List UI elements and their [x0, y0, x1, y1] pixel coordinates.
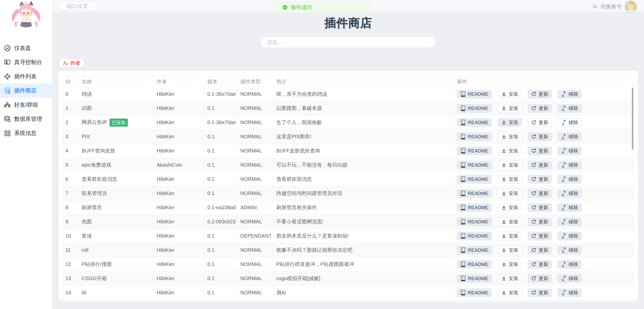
- cell-actions: README安装更新移除: [454, 158, 634, 172]
- table-row: 9色图HibiKier0.2-093c823NORMAL不要小看涩图啊混蛋!RE…: [63, 215, 634, 229]
- plugin-table: ID名称作者版本插件类型简介操作 0鸡汤HibiKier0.1-36e70aeN…: [62, 76, 634, 302]
- install-icon: [501, 290, 507, 295]
- remove-button[interactable]: 移除: [558, 118, 582, 127]
- search-input[interactable]: [261, 37, 435, 48]
- remove-button[interactable]: 移除: [558, 90, 582, 99]
- remove-button[interactable]: 移除: [558, 189, 582, 198]
- sidebar-item-database[interactable]: 数据库管理: [0, 112, 52, 126]
- remove-button[interactable]: 移除: [558, 274, 582, 283]
- update-button[interactable]: 更新: [528, 288, 552, 297]
- install-button[interactable]: 安装: [498, 118, 522, 127]
- readme-button[interactable]: README: [457, 161, 492, 169]
- swap-icon: [592, 4, 598, 10]
- readme-button[interactable]: README: [457, 147, 492, 155]
- cell-actions: README安装更新移除: [454, 272, 634, 286]
- install-button[interactable]: 安装: [498, 104, 522, 113]
- install-button[interactable]: 安装: [498, 161, 522, 169]
- install-icon: [501, 276, 507, 281]
- update-button[interactable]: 更新: [528, 161, 552, 169]
- install-button[interactable]: 安装: [498, 203, 522, 212]
- port-settings-button[interactable]: 端口设置: [57, 1, 98, 11]
- sidebar-item-friends[interactable]: 好友/群组: [0, 98, 52, 112]
- install-button[interactable]: 安装: [498, 175, 522, 184]
- cell-version: 0.1-36e70ae: [205, 87, 238, 101]
- table-row: 10复读HibiKier0.1DEPENDANT群友的本质是什么？是复读机哒!R…: [63, 229, 634, 243]
- update-button[interactable]: 更新: [528, 232, 552, 240]
- cell-id: 3: [63, 130, 79, 144]
- cell-name: 识图: [79, 101, 154, 115]
- update-button[interactable]: 更新: [528, 118, 552, 127]
- readme-button[interactable]: README: [457, 218, 492, 226]
- remove-button[interactable]: 移除: [558, 161, 582, 169]
- install-button[interactable]: 安装: [498, 189, 522, 198]
- table-scrollbar[interactable]: [632, 88, 633, 150]
- install-button[interactable]: 安装: [498, 246, 522, 255]
- account-switcher[interactable]: 切换账号: [592, 0, 637, 13]
- sidebar-item-plugins[interactable]: 插件列表: [0, 69, 52, 84]
- update-button[interactable]: 更新: [528, 189, 552, 198]
- readme-button[interactable]: README: [457, 260, 492, 269]
- readme-button[interactable]: README: [457, 274, 492, 283]
- remove-button[interactable]: 移除: [558, 132, 582, 141]
- update-button[interactable]: 更新: [528, 132, 552, 141]
- install-button[interactable]: 安装: [498, 90, 522, 99]
- cell-id: 4: [63, 144, 79, 158]
- cell-type: NORMAL: [238, 272, 274, 286]
- table-row: 1识图HibiKier0.1NORMAL以图搜图，看破本源README安装更新移…: [63, 101, 634, 115]
- install-button[interactable]: 安装: [498, 288, 522, 297]
- remove-button[interactable]: 移除: [558, 232, 582, 240]
- update-button[interactable]: 更新: [528, 147, 552, 155]
- remove-button[interactable]: 移除: [558, 104, 582, 113]
- update-button[interactable]: 更新: [528, 260, 552, 269]
- update-button-label: 更新: [539, 162, 548, 168]
- remove-button[interactable]: 移除: [558, 218, 582, 226]
- remove-icon: [561, 148, 566, 153]
- cell-name: BUFF查询皮肤: [79, 144, 154, 158]
- update-button-label: 更新: [539, 105, 548, 112]
- remove-icon: [561, 290, 566, 295]
- update-button-label: 更新: [539, 219, 548, 225]
- readme-button[interactable]: README: [457, 246, 492, 255]
- author-filter-button[interactable]: 作者: [58, 58, 85, 68]
- update-button[interactable]: 更新: [528, 246, 552, 255]
- cell-author: HibiKier: [154, 286, 205, 300]
- cell-type: NORMAL: [238, 286, 274, 300]
- sidebar-item-console[interactable]: 真寻控制台: [0, 55, 52, 69]
- update-button[interactable]: 更新: [528, 90, 552, 99]
- remove-button[interactable]: 移除: [558, 203, 582, 212]
- update-button[interactable]: 更新: [528, 203, 552, 212]
- update-button[interactable]: 更新: [528, 104, 552, 113]
- readme-button[interactable]: README: [457, 232, 492, 240]
- readme-button[interactable]: README: [457, 288, 492, 297]
- readme-button[interactable]: README: [457, 175, 492, 184]
- sidebar-item-gauge[interactable]: 仪表盘: [0, 41, 52, 55]
- sidebar-item-system[interactable]: 系统信息: [0, 126, 52, 140]
- sidebar-item-store[interactable]: 插件商店: [0, 84, 52, 98]
- remove-button[interactable]: 移除: [558, 246, 582, 255]
- install-button[interactable]: 安装: [498, 218, 522, 226]
- install-button[interactable]: 安装: [498, 147, 522, 155]
- cell-id: 13: [63, 272, 79, 286]
- readme-button[interactable]: README: [457, 189, 492, 198]
- update-button-label: 更新: [539, 275, 548, 282]
- readme-button[interactable]: README: [457, 90, 492, 99]
- remove-button[interactable]: 移除: [558, 147, 582, 155]
- remove-button[interactable]: 移除: [558, 260, 582, 269]
- readme-button[interactable]: README: [457, 203, 492, 212]
- install-button[interactable]: 安装: [498, 232, 522, 240]
- remove-button[interactable]: 移除: [558, 175, 582, 184]
- readme-button[interactable]: README: [457, 118, 492, 127]
- update-button[interactable]: 更新: [528, 218, 552, 226]
- install-button[interactable]: 安装: [498, 132, 522, 141]
- update-button[interactable]: 更新: [528, 175, 552, 184]
- readme-button[interactable]: README: [457, 132, 492, 141]
- cell-author: HibiKier: [154, 115, 205, 130]
- install-button[interactable]: 安装: [498, 274, 522, 283]
- table-header-row: ID名称作者版本插件类型简介操作: [63, 76, 634, 87]
- cell-id: 11: [63, 243, 79, 257]
- remove-button[interactable]: 移除: [558, 288, 582, 297]
- update-button[interactable]: 更新: [528, 274, 552, 283]
- install-button[interactable]: 安装: [498, 260, 522, 269]
- readme-button[interactable]: README: [457, 104, 492, 113]
- remove-button-label: 移除: [568, 190, 578, 197]
